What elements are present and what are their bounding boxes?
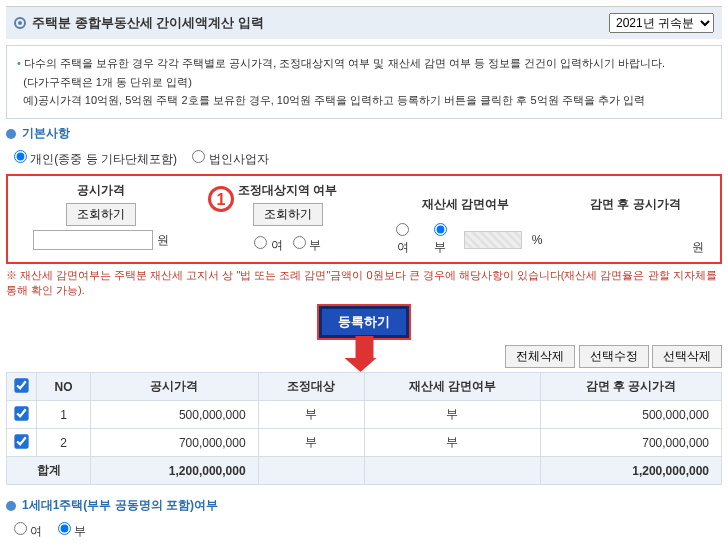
table-sum-row: 합계 1,200,000,000 1,200,000,000	[7, 457, 722, 485]
info-line2: (다가구주택은 1개 동 단위로 입력)	[23, 76, 192, 88]
won-unit: 원	[157, 232, 169, 249]
basic-heading: 기본사항	[22, 125, 70, 142]
adj-yes-label[interactable]: 여	[254, 236, 282, 254]
entity-individual-radio[interactable]	[14, 150, 27, 163]
table-row[interactable]: 2 700,000,000 부 부 700,000,000	[7, 429, 722, 457]
cell-no: 1	[37, 401, 91, 429]
sum-price: 1,200,000,000	[91, 457, 258, 485]
onehouse-yes-radio[interactable]	[14, 522, 27, 535]
reduce-yes-radio[interactable]	[396, 223, 409, 236]
col-price: 공시가격 조회하기 원	[8, 180, 194, 252]
page-title-wrap: 주택분 종합부동산세 간이세액계산 입력	[14, 14, 264, 32]
adjzone-lookup-button[interactable]: 조회하기	[253, 203, 323, 226]
pct-unit: %	[532, 233, 543, 247]
info-line3: 예)공시가격 10억원, 5억원 주택 2호를 보유한 경우, 10억원 주택을…	[23, 94, 645, 106]
entity-type-row: 개인(종중 등 기타단체포함) 법인사업자	[6, 146, 722, 174]
entity-individual-text: 개인(종중 등 기타단체포함)	[30, 152, 177, 166]
onehouse-no-radio[interactable]	[58, 522, 71, 535]
adj-no-label[interactable]: 부	[293, 236, 321, 254]
after-won: 원	[558, 217, 712, 256]
cell-reduce: 부	[365, 401, 540, 429]
onehouse-no-text: 부	[74, 524, 86, 538]
price-lookup-button[interactable]: 조회하기	[66, 203, 136, 226]
reduce-no-text: 부	[434, 240, 446, 254]
info-line1: 다수의 주택을 보유한 경우 각각 주택별로 공시가격, 조정대상지역 여부 및…	[24, 57, 665, 69]
row-checkbox[interactable]	[14, 434, 28, 448]
reduce-yes-label[interactable]: 여	[389, 223, 416, 256]
reduce-no-radio[interactable]	[434, 223, 447, 236]
col-after: 감면 후 공시가격 원	[550, 180, 720, 258]
price-header: 공시가격	[16, 182, 186, 199]
register-row: 등록하기	[6, 306, 722, 338]
col-reduce: 재산세 감면여부 여 부 %	[381, 180, 551, 258]
cell-no: 2	[37, 429, 91, 457]
table-row[interactable]: 1 500,000,000 부 부 500,000,000	[7, 401, 722, 429]
delete-selected-button[interactable]: 선택삭제	[652, 345, 722, 368]
sum-after: 1,200,000,000	[540, 457, 721, 485]
reduce-footnote: ※ 재산세 감면여부는 주택분 재산세 고지서 상 "법 또는 조례 감면"금액…	[6, 268, 722, 298]
year-select[interactable]: 2021년 귀속분	[609, 13, 714, 33]
th-price: 공시가격	[91, 373, 258, 401]
annotation-one-icon: 1	[208, 186, 234, 212]
cell-price: 700,000,000	[91, 429, 258, 457]
page-header: 주택분 종합부동산세 간이세액계산 입력 2021년 귀속분	[6, 6, 722, 39]
section-bullet-icon	[6, 129, 16, 139]
reduce-header: 재산세 감면여부	[389, 196, 543, 213]
th-no: NO	[37, 373, 91, 401]
property-table: NO 공시가격 조정대상 재산세 감면여부 감면 후 공시가격 1 500,00…	[6, 372, 722, 485]
onehouse-yes-label[interactable]: 여	[14, 524, 42, 538]
price-input[interactable]	[33, 230, 153, 250]
sum-label: 합계	[7, 457, 91, 485]
cell-price: 500,000,000	[91, 401, 258, 429]
onehouse-no-label[interactable]: 부	[58, 524, 86, 538]
onehouse-heading-row: 1세대1주택(부부 공동명의 포함)여부	[6, 497, 722, 514]
reduce-no-label[interactable]: 부	[426, 223, 453, 256]
th-adj: 조정대상	[258, 373, 365, 401]
adj-yes-text: 여	[271, 238, 283, 252]
select-all-checkbox[interactable]	[14, 378, 28, 392]
input-panel-highlight: 1 공시가격 조회하기 원 조정대상지역 여부 조회하기 여 부 재산세 감면여…	[6, 174, 722, 264]
after-header: 감면 후 공시가격	[558, 196, 712, 213]
entity-corp-radio[interactable]	[192, 150, 205, 163]
entity-corp-label[interactable]: 법인사업자	[192, 152, 268, 166]
page-title: 주택분 종합부동산세 간이세액계산 입력	[32, 14, 264, 32]
cell-after: 500,000,000	[540, 401, 721, 429]
row-checkbox[interactable]	[14, 406, 28, 420]
edit-selected-button[interactable]: 선택수정	[579, 345, 649, 368]
onehouse-yes-text: 여	[30, 524, 42, 538]
section-bullet-icon	[6, 501, 16, 511]
input-grid: 공시가격 조회하기 원 조정대상지역 여부 조회하기 여 부 재산세 감면여부 …	[8, 180, 720, 258]
onehouse-heading: 1세대1주택(부부 공동명의 포함)여부	[22, 497, 218, 514]
entity-individual-label[interactable]: 개인(종중 등 기타단체포함)	[14, 152, 180, 166]
adj-yes-radio[interactable]	[254, 236, 267, 249]
bullet-icon: •	[17, 57, 21, 69]
delete-all-button[interactable]: 전체삭제	[505, 345, 575, 368]
adj-no-text: 부	[309, 238, 321, 252]
th-reduce: 재산세 감면여부	[365, 373, 540, 401]
reduce-pct-disabled	[464, 231, 522, 249]
title-icon	[14, 17, 26, 29]
info-box: • 다수의 주택을 보유한 경우 각각 주택별로 공시가격, 조정대상지역 여부…	[6, 45, 722, 119]
register-button[interactable]: 등록하기	[319, 306, 409, 338]
arrow-annotation: 전체삭제 선택수정 선택삭제	[6, 338, 722, 372]
basic-heading-row: 기본사항	[6, 125, 722, 142]
cell-adj: 부	[258, 429, 365, 457]
reduce-yes-text: 여	[397, 240, 409, 254]
header-check-cell	[7, 373, 37, 401]
adj-no-radio[interactable]	[293, 236, 306, 249]
th-after: 감면 후 공시가격	[540, 373, 721, 401]
entity-corp-text: 법인사업자	[209, 152, 269, 166]
cell-after: 700,000,000	[540, 429, 721, 457]
cell-adj: 부	[258, 401, 365, 429]
onehouse-yn-row: 여 부	[6, 518, 722, 545]
table-head-row: NO 공시가격 조정대상 재산세 감면여부 감면 후 공시가격	[7, 373, 722, 401]
cell-reduce: 부	[365, 429, 540, 457]
